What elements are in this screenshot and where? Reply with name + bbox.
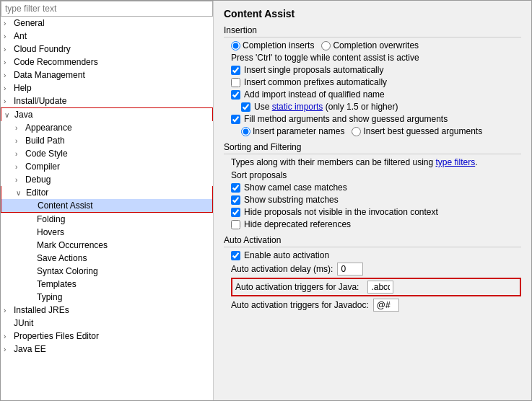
appearance-arrow-icon: › bbox=[15, 124, 24, 132]
left-panel: ›General›Ant›Cloud Foundry›Code Recommen… bbox=[1, 1, 214, 400]
auto-activation-group-label: Auto Activation bbox=[224, 235, 521, 247]
tree-item-cloud-foundry[interactable]: ›Cloud Foundry bbox=[1, 43, 213, 56]
cb-static-imports[interactable]: Use static imports (only 1.5 or higher) bbox=[241, 102, 521, 112]
tree-item-data-management[interactable]: ›Data Management bbox=[1, 69, 213, 81]
cb-enable-auto[interactable]: Enable auto activation bbox=[231, 250, 521, 260]
templates-label: Templates bbox=[37, 279, 77, 289]
install-update-label: Install/Update bbox=[14, 96, 66, 106]
folding-label: Folding bbox=[37, 214, 65, 224]
tree-item-code-style[interactable]: ›Code Style bbox=[1, 147, 213, 160]
tree-item-junit[interactable]: JUnit bbox=[1, 317, 213, 330]
general-arrow-icon: › bbox=[4, 19, 12, 27]
save-actions-label: Save Actions bbox=[37, 253, 87, 263]
tree-item-java-ee[interactable]: ›Java EE bbox=[1, 343, 213, 356]
cb-fill-method[interactable]: Fill method arguments and show guessed a… bbox=[231, 114, 521, 124]
radio-completion-overwrites[interactable]: Completion overwrites bbox=[321, 40, 419, 50]
tree-item-templates[interactable]: Templates bbox=[1, 278, 213, 291]
sort-proposals-label: Sort proposals bbox=[231, 170, 521, 180]
radio-insert-params[interactable]: Insert parameter names bbox=[241, 126, 344, 136]
tree-container: ›General›Ant›Cloud Foundry›Code Recommen… bbox=[1, 17, 213, 400]
tree-item-java[interactable]: ∨Java bbox=[1, 107, 213, 121]
preferences-dialog: ›General›Ant›Cloud Foundry›Code Recommen… bbox=[0, 0, 532, 401]
content-assist-label: Content Assist bbox=[38, 200, 93, 211]
tree-item-ant[interactable]: ›Ant bbox=[1, 30, 213, 43]
tree-item-hovers[interactable]: Hovers bbox=[1, 226, 213, 239]
filter-input[interactable] bbox=[1, 1, 213, 17]
tree-item-editor[interactable]: ∨Editor bbox=[1, 186, 213, 199]
cb-insert-common[interactable]: Insert common prefixes automatically bbox=[231, 77, 521, 87]
properties-files-editor-label: Properties Files Editor bbox=[14, 331, 99, 341]
editor-arrow-icon: ∨ bbox=[16, 189, 25, 197]
tree-item-syntax-coloring[interactable]: Syntax Coloring bbox=[1, 265, 213, 278]
java-ee-label: Java EE bbox=[14, 344, 46, 354]
tree-item-general[interactable]: ›General bbox=[1, 17, 213, 30]
tree-item-help[interactable]: ›Help bbox=[1, 81, 213, 94]
cb-hide-deprecated[interactable]: Hide deprecated references bbox=[231, 219, 521, 229]
cb-add-import[interactable]: Add import instead of qualified name bbox=[231, 89, 521, 100]
delay-input[interactable] bbox=[337, 263, 363, 276]
cb-insert-single[interactable]: Insert single proposals automatically bbox=[231, 65, 521, 75]
compiler-label: Compiler bbox=[25, 162, 60, 172]
java-trigger-row: Auto activation triggers for Java: bbox=[231, 278, 521, 296]
completion-mode-row: Completion inserts Completion overwrites bbox=[231, 40, 521, 50]
tree-item-content-assist[interactable]: Content Assist bbox=[1, 199, 213, 213]
tree-item-compiler[interactable]: ›Compiler bbox=[1, 160, 213, 173]
cloud-foundry-arrow-icon: › bbox=[4, 45, 12, 53]
help-arrow-icon: › bbox=[4, 84, 12, 92]
java-label: Java bbox=[14, 110, 32, 120]
insertion-group-label: Insertion bbox=[224, 25, 521, 38]
javadoc-trigger-row: Auto activation triggers for Javadoc: bbox=[231, 299, 521, 312]
static-imports-link[interactable]: static imports bbox=[272, 102, 323, 112]
mark-occurrences-label: Mark Occurrences bbox=[37, 240, 108, 250]
tree-item-install-update[interactable]: ›Install/Update bbox=[1, 94, 213, 107]
java-arrow-icon: ∨ bbox=[4, 111, 13, 119]
content-assist-title: Content Assist bbox=[224, 8, 521, 19]
sort-desc-text: Types along with their members can be fi… bbox=[231, 157, 521, 167]
cb-camel-case[interactable]: Show camel case matches bbox=[231, 182, 521, 193]
tree-item-debug[interactable]: ›Debug bbox=[1, 173, 213, 186]
data-management-arrow-icon: › bbox=[4, 71, 12, 79]
java-trigger-input[interactable] bbox=[367, 281, 393, 294]
tree-item-typing[interactable]: Typing bbox=[1, 291, 213, 304]
tree-item-properties-files-editor[interactable]: ›Properties Files Editor bbox=[1, 330, 213, 343]
build-path-arrow-icon: › bbox=[15, 137, 24, 145]
delay-row: Auto activation delay (ms): bbox=[231, 263, 521, 276]
parameter-mode-row: Insert parameter names Insert best guess… bbox=[241, 126, 521, 136]
code-style-arrow-icon: › bbox=[15, 150, 24, 158]
ctrl-hint-text: Press 'Ctrl' to toggle while content ass… bbox=[231, 53, 521, 63]
syntax-coloring-label: Syntax Coloring bbox=[37, 266, 98, 276]
code-recommenders-arrow-icon: › bbox=[4, 58, 12, 66]
javadoc-trigger-input[interactable] bbox=[373, 299, 399, 312]
tree-item-build-path[interactable]: ›Build Path bbox=[1, 134, 213, 147]
installed-jres-label: Installed JREs bbox=[14, 305, 69, 315]
type-filters-link[interactable]: type filters bbox=[436, 157, 476, 167]
compiler-arrow-icon: › bbox=[15, 163, 24, 171]
data-management-label: Data Management bbox=[14, 70, 85, 80]
radio-best-guessed[interactable]: Insert best guessed arguments bbox=[352, 126, 482, 136]
tree-item-save-actions[interactable]: Save Actions bbox=[1, 252, 213, 265]
tree-item-mark-occurrences[interactable]: Mark Occurrences bbox=[1, 239, 213, 252]
debug-label: Debug bbox=[25, 175, 51, 185]
tree-item-installed-jres[interactable]: ›Installed JREs bbox=[1, 304, 213, 317]
ant-arrow-icon: › bbox=[4, 32, 12, 40]
code-style-label: Code Style bbox=[25, 149, 68, 159]
tree-item-folding[interactable]: Folding bbox=[1, 213, 213, 226]
java-ee-arrow-icon: › bbox=[4, 345, 12, 353]
general-label: General bbox=[14, 18, 45, 28]
build-path-label: Build Path bbox=[25, 136, 65, 146]
ant-label: Ant bbox=[14, 31, 27, 41]
tree-item-code-recommenders[interactable]: ›Code Recommenders bbox=[1, 56, 213, 69]
junit-label: JUnit bbox=[14, 318, 33, 328]
right-panel: Content Assist Insertion Completion inse… bbox=[214, 1, 531, 400]
sorting-group-label: Sorting and Filtering bbox=[224, 142, 521, 154]
cloud-foundry-label: Cloud Foundry bbox=[14, 44, 71, 54]
properties-files-editor-arrow-icon: › bbox=[4, 332, 12, 340]
appearance-label: Appearance bbox=[25, 123, 72, 133]
editor-label: Editor bbox=[26, 188, 48, 198]
debug-arrow-icon: › bbox=[15, 176, 24, 184]
cb-substring[interactable]: Show substring matches bbox=[231, 195, 521, 205]
typing-label: Typing bbox=[37, 292, 62, 302]
cb-hide-not-visible[interactable]: Hide proposals not visible in the invoca… bbox=[231, 207, 521, 217]
radio-completion-inserts[interactable]: Completion inserts bbox=[231, 40, 314, 50]
tree-item-appearance[interactable]: ›Appearance bbox=[1, 121, 213, 134]
